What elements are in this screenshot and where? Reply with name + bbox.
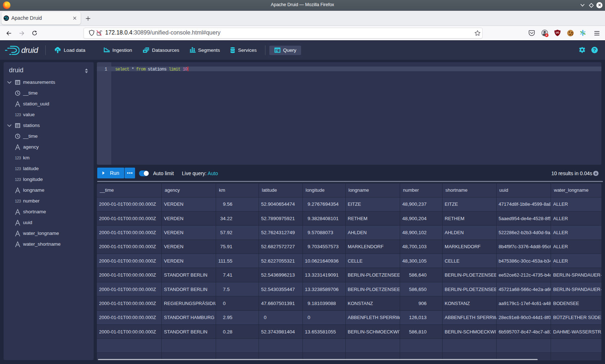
svg-text:UO: UO xyxy=(556,31,559,34)
